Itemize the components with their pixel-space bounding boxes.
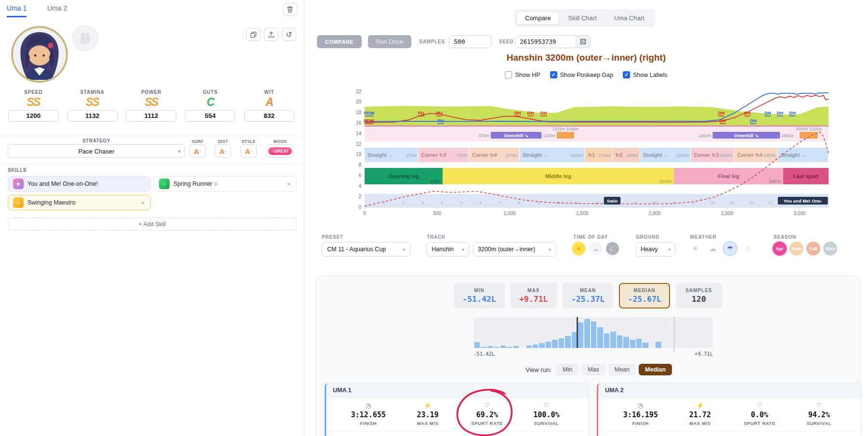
- wit-value[interactable]: 832: [244, 110, 294, 122]
- rank-dot: ·: [199, 149, 201, 154]
- power-rank: SS: [122, 95, 181, 109]
- toggle-show-hp[interactable]: ✓ Show HP: [505, 71, 540, 78]
- season-summer[interactable]: Sum: [789, 242, 803, 256]
- rainy-weather-icon[interactable]: ☂: [723, 242, 736, 255]
- svg-text:21: 21: [768, 201, 773, 205]
- strategy-label: STRATEGY: [8, 138, 185, 143]
- uma-tabs: Uma 1 Uma 2: [0, 0, 270, 19]
- samples-input[interactable]: [449, 35, 491, 48]
- season-winter[interactable]: Wint: [823, 242, 837, 256]
- season-fall[interactable]: Fall: [806, 242, 820, 256]
- add-skill-button[interactable]: + Add Skill: [8, 218, 297, 231]
- rank-dot: ·: [225, 149, 226, 154]
- strategy-select[interactable]: Pace Chaser ▾: [8, 144, 185, 158]
- tab-uma-chart[interactable]: Uma Chart: [605, 12, 653, 25]
- svg-text:PDM: PDM: [364, 118, 374, 123]
- uma-avatar[interactable]: [12, 26, 67, 82]
- guts-value[interactable]: 554: [185, 110, 235, 122]
- sunny-weather-icon[interactable]: ☀: [689, 242, 702, 255]
- view-run-median[interactable]: Median: [639, 364, 672, 375]
- seed-input[interactable]: [516, 36, 576, 48]
- speed-value[interactable]: 1200: [8, 110, 58, 122]
- ground-label: GROUND: [636, 234, 659, 240]
- summary-median[interactable]: MEDIAN -25.67L: [619, 283, 670, 308]
- svg-text:2133m: 2133m: [659, 179, 672, 184]
- svg-text:Final leg: Final leg: [718, 173, 739, 179]
- mood-box[interactable]: ↑GREAT: [267, 144, 293, 158]
- svg-text:1070m: 1070m: [505, 153, 518, 158]
- heart-icon: ♡: [517, 402, 576, 410]
- summary-min[interactable]: MIN -51.42L: [454, 283, 505, 308]
- svg-text:7: 7: [499, 201, 501, 205]
- svg-text:DH: DH: [750, 118, 757, 123]
- season-spring[interactable]: Spr: [773, 242, 787, 256]
- cloudy-weather-icon[interactable]: ☁: [706, 242, 719, 255]
- track-course-select[interactable]: Hanshin▾: [427, 242, 469, 256]
- tab-compare[interactable]: Compare: [516, 12, 559, 25]
- skill-chip-gold[interactable]: ○ Swinging Maestro ×: [8, 195, 151, 210]
- night-moon-icon[interactable]: ☾: [606, 242, 619, 255]
- svg-text:Swin: Swin: [607, 198, 618, 204]
- svg-text:8: 8: [518, 201, 521, 205]
- race-simulation-chart: 1234567891011121314151617181920212223Dow…: [343, 86, 854, 221]
- svg-text:↻2: ↻2: [616, 152, 623, 158]
- svg-text:538m: 538m: [431, 179, 441, 184]
- chevron-down-icon: ▾: [403, 247, 405, 252]
- remove-skill-button[interactable]: ×: [140, 199, 145, 206]
- summary-samples[interactable]: SAMPLES 120: [676, 283, 722, 308]
- snowy-weather-icon[interactable]: ☃: [741, 242, 754, 255]
- tab-uma-2[interactable]: Uma 2: [47, 4, 67, 16]
- skill-chip-unique[interactable]: ★ You and Me! One-on-One!: [8, 176, 151, 192]
- randomize-seed-button[interactable]: ⚄: [576, 36, 590, 48]
- run-once-button[interactable]: Run Once: [368, 35, 411, 48]
- svg-text:720m: 720m: [457, 153, 467, 158]
- view-run-buttons: Min Max Mean Median: [556, 364, 672, 375]
- svg-text:Straight →: Straight →: [523, 152, 548, 158]
- svg-text:DH: DH: [764, 110, 771, 115]
- preset-select[interactable]: CM 11 - Aquarius Cup▾: [322, 242, 410, 256]
- distance-rank: A: [219, 147, 224, 155]
- zero-gap-line: [674, 317, 674, 352]
- chevron-down-icon: ▾: [668, 247, 671, 252]
- tab-uma-1[interactable]: Uma 1: [7, 4, 26, 17]
- stat-speed: SPEED SS 1200: [4, 90, 63, 122]
- svg-text:4: 4: [441, 201, 443, 205]
- checkbox-icon: ✓: [623, 71, 630, 78]
- summary-max[interactable]: MAX +9.71L: [511, 283, 557, 308]
- tab-skill-chart[interactable]: Skill Chart: [559, 12, 605, 25]
- toggle-show-labels[interactable]: ✓ Show Labels: [623, 71, 668, 78]
- secondary-uma-avatar[interactable]: [72, 25, 98, 51]
- summary-row: MIN -51.42L MAX +9.71L MEAN -25.37L MEDI…: [316, 283, 860, 308]
- evening-cloud-icon[interactable]: ☁: [589, 242, 602, 255]
- view-run-mean[interactable]: Mean: [608, 364, 636, 375]
- ground-select[interactable]: Heavy▾: [636, 242, 675, 256]
- survival-stat: ♡ 94.2% SURVIVAL: [789, 402, 849, 426]
- view-run-max[interactable]: Max: [581, 364, 605, 375]
- track-label: TRACK: [427, 234, 446, 240]
- svg-text:20: 20: [749, 201, 753, 205]
- midday-sun-icon[interactable]: ☀: [572, 242, 585, 255]
- track-distance-select[interactable]: 3200m (outer→inner)▾: [473, 242, 556, 256]
- summary-mean[interactable]: MEAN -25.37L: [563, 283, 614, 308]
- svg-text:10: 10: [356, 152, 362, 157]
- copy-uma-button[interactable]: [246, 28, 261, 41]
- view-run-min[interactable]: Min: [556, 364, 579, 375]
- svg-text:19: 19: [730, 201, 734, 205]
- reset-uma-button[interactable]: ↺: [282, 28, 296, 41]
- skill-chip[interactable]: ○ Spring Runner ○ ×: [154, 176, 297, 192]
- compare-button[interactable]: COMPARE: [317, 35, 362, 48]
- export-uma-button[interactable]: [264, 28, 278, 41]
- svg-text:18: 18: [356, 110, 362, 115]
- svg-text:DH: DH: [527, 110, 534, 115]
- svg-text:2400m: 2400m: [698, 133, 711, 138]
- uma1-result-card: UMA 1 ◷ 3:12.655 FINISH ⚡ 23.19 MAX M/S …: [325, 383, 589, 436]
- svg-text:2: 2: [402, 201, 405, 205]
- stamina-value[interactable]: 1132: [67, 110, 118, 122]
- remove-skill-button[interactable]: ×: [286, 180, 291, 188]
- svg-text:1900m: 1900m: [626, 153, 638, 158]
- view-run-label: View run:: [526, 366, 552, 373]
- power-value[interactable]: 1112: [126, 110, 176, 122]
- style-rank: A: [245, 147, 250, 155]
- toggle-show-poskeep-gap[interactable]: ✓ Show Poskeep Gap: [550, 71, 614, 78]
- delete-uma-button[interactable]: [283, 3, 297, 16]
